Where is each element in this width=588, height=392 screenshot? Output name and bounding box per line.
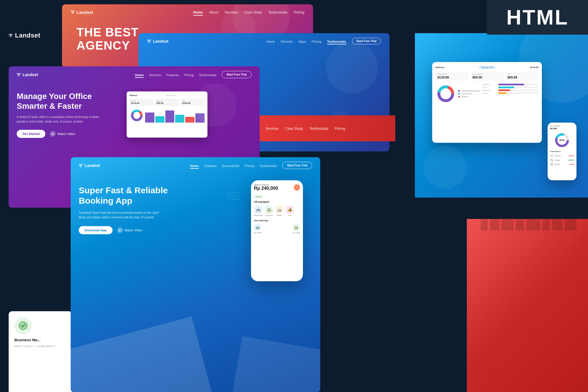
sp-donut-container: 67% bbox=[550, 132, 574, 149]
watch-video-button[interactable]: ▶ Watch Video bbox=[50, 131, 75, 137]
lb-diagonal-1 bbox=[71, 316, 214, 392]
cr2-nav-pricing[interactable]: Pricing bbox=[335, 127, 345, 131]
cb-nav-testimonials[interactable]: Testimonials bbox=[327, 40, 346, 44]
dash-card-2: Expense $50.00 bbox=[155, 99, 179, 106]
nav-about[interactable]: About bbox=[209, 10, 218, 14]
lb-watch-video-button[interactable]: ▶ Watch Video bbox=[117, 227, 143, 233]
phone-option-shuttle[interactable]: 🚌 Shuttle Bus bbox=[254, 206, 263, 216]
tablet-stat-2-label: Total expense bbox=[472, 73, 501, 75]
dash-header: Balance January 2023 bbox=[130, 94, 205, 96]
cp-nav-features[interactable]: Features bbox=[166, 73, 179, 77]
nav-home[interactable]: Home bbox=[193, 10, 203, 16]
svg-rect-21 bbox=[543, 219, 550, 230]
card-purple-nav: Landset Home Services Features Pricing T… bbox=[9, 66, 260, 83]
cp-nav-pricing[interactable]: Pricing bbox=[184, 73, 194, 77]
tablet-donut-chart bbox=[436, 84, 456, 104]
card-purple-cta[interactable]: Start Free Trial bbox=[222, 71, 252, 78]
sp-donut-chart: 67% bbox=[553, 132, 571, 149]
play-icon: ▶ bbox=[50, 131, 56, 137]
card-blue-cta[interactable]: Start Free Trial bbox=[352, 38, 381, 44]
phone-header: Balance Balance Rp 240,000 U bbox=[254, 184, 300, 191]
card-blue-nav-links: Home Services Apps Pricing Testimonials … bbox=[266, 38, 381, 44]
phone-options: 🚌 Shuttle Bus 🚃 Commuter 🚐 Mikelet 🏕️ To… bbox=[254, 206, 300, 216]
nav-services[interactable]: Services bbox=[224, 10, 238, 14]
tablet-device: Balance January 2023 $119.89 Total incom… bbox=[432, 62, 542, 143]
sp-title: $6,390 bbox=[550, 127, 574, 130]
cr2-nav-casestudy[interactable]: Case Study bbox=[285, 127, 303, 131]
legend-item-1: General Bill Expenditure bbox=[458, 90, 480, 92]
tablet-chart-section: General Bill Expenditure Food & Drinks T… bbox=[436, 84, 538, 104]
get-started-button[interactable]: Get Started bbox=[17, 130, 45, 138]
card-red-nav: Landset Home About Services Case Study T… bbox=[62, 4, 313, 20]
dash-donut-chart bbox=[130, 108, 144, 123]
tablet-stat-2: Total expense $50.00 bbox=[471, 72, 503, 81]
card-lb-nav-links: Home Features Screenshots Pricing Testim… bbox=[190, 162, 312, 169]
cp-nav-services[interactable]: Services bbox=[149, 73, 161, 77]
lb-nav-pricing[interactable]: Pricing bbox=[245, 164, 254, 168]
cp-nav-home[interactable]: Home bbox=[135, 73, 144, 78]
cb-nav-pricing[interactable]: Pricing bbox=[312, 40, 321, 43]
cr2-nav-testimonials[interactable]: Testimonials bbox=[309, 127, 328, 131]
legend-item-3: Transport bbox=[458, 96, 480, 97]
phone-transport-label: All transport bbox=[254, 200, 300, 203]
sp-label: Your Budgets bbox=[550, 125, 574, 127]
card-purple-actions: Get Started ▶ Watch Video bbox=[17, 130, 121, 138]
card-red2: Services Case Study Testimonials Pricing bbox=[257, 115, 395, 141]
sp-txn-3: 🎵 Spotify -$9.99 bbox=[550, 163, 574, 166]
card-lb-cta[interactable]: Start Free Trial bbox=[282, 162, 312, 169]
dash-date: January 2023 bbox=[166, 95, 176, 96]
phone-avatar: U bbox=[294, 184, 300, 191]
card-red-bottom bbox=[467, 219, 588, 392]
phone-mockup: Balance Balance Rp 240,000 U Top Up All … bbox=[251, 180, 303, 281]
card-bottom-left: Business Ma... When it comes c... usuall… bbox=[9, 311, 72, 392]
nav-testimonials[interactable]: Testimonials bbox=[268, 10, 287, 14]
card-purple-title: Manage Your OfficeSmarter & Faster bbox=[17, 91, 121, 111]
phone-balance: Rp 240,000 bbox=[254, 186, 278, 191]
tablet-amount: $119.89 bbox=[530, 66, 538, 69]
tablet-header-row: Balance January 2023 $119.89 bbox=[436, 65, 538, 69]
download-app-button[interactable]: Download App bbox=[79, 226, 113, 234]
tablet-donut-area: General Bill Expenditure Food & Drinks T… bbox=[436, 84, 480, 104]
lb-play-icon: ▶ bbox=[117, 227, 123, 233]
card-red-logo-icon bbox=[71, 11, 75, 14]
tablet-bar-section: General Food Transport Others bbox=[483, 84, 538, 104]
lb-nav-testimonials[interactable]: Testimonials bbox=[259, 164, 277, 168]
tablet-stat-1-label: Total income bbox=[437, 73, 467, 75]
phone-option-tour[interactable]: 🏕️ Tour bbox=[286, 206, 294, 216]
cr2-nav-services[interactable]: Services bbox=[265, 127, 279, 131]
phone-trip-1: 🚌 Rp 4,500 bbox=[254, 224, 261, 234]
nav-case-study[interactable]: Case Study bbox=[244, 10, 262, 14]
cb-nav-services[interactable]: Services bbox=[281, 40, 293, 43]
card-lb-hero: Super Fast & ReliableBooking App Traveli… bbox=[71, 174, 320, 240]
tablet-stat-3: Net $69.89 bbox=[506, 72, 538, 81]
small-phone: Your Budgets $6,390 67% Transactions 🛒 A… bbox=[548, 123, 576, 180]
lb-nav-features[interactable]: Features bbox=[204, 164, 216, 168]
cb-nav-apps[interactable]: Apps bbox=[299, 40, 306, 43]
card-red-logo: Landset bbox=[71, 10, 93, 15]
card-bl-svg-icon bbox=[18, 320, 28, 331]
lb-nav-screenshots[interactable]: Screenshots bbox=[222, 164, 239, 168]
card-purple-text: Manage Your OfficeSmarter & Faster A sma… bbox=[17, 91, 121, 138]
card-bl-icon bbox=[14, 317, 32, 334]
sp-txn-2: 🔍 Google +$15.00 bbox=[550, 158, 574, 162]
phone-option-commuter[interactable]: 🚃 Commuter bbox=[265, 206, 273, 216]
tablet-date-picker[interactable]: January 2023 bbox=[478, 65, 496, 69]
card-red-nav-links: Home About Services Case Study Testimoni… bbox=[193, 10, 304, 15]
nav-pricing[interactable]: Pricing bbox=[294, 10, 304, 14]
phone-trips: 🚌 Rp 4,500 🚃 Rp 4,500 bbox=[254, 224, 300, 234]
card-devices: Balance January 2023 $119.89 Total incom… bbox=[415, 33, 588, 198]
purple-circle-deco bbox=[193, 84, 237, 127]
phone-option-mikelet[interactable]: 🚐 Mikelet bbox=[276, 206, 284, 216]
svg-text:67%: 67% bbox=[559, 139, 565, 142]
tablet-stat-1-value: $119.89 bbox=[437, 76, 467, 79]
card-lb-logo: Landset bbox=[79, 163, 100, 168]
svg-rect-19 bbox=[526, 219, 540, 230]
card-lb-logo-icon bbox=[79, 164, 83, 167]
tablet-title: Balance bbox=[436, 66, 445, 69]
card-lb-nav: Landset Home Features Screenshots Pricin… bbox=[71, 157, 320, 174]
phone-tag: Top Up bbox=[254, 195, 263, 198]
lb-nav-home[interactable]: Home bbox=[190, 164, 199, 169]
card-blue-logo-icon bbox=[147, 40, 151, 43]
cp-nav-testimonials[interactable]: Testimonials bbox=[199, 73, 216, 77]
cb-nav-home[interactable]: Home bbox=[266, 40, 275, 43]
